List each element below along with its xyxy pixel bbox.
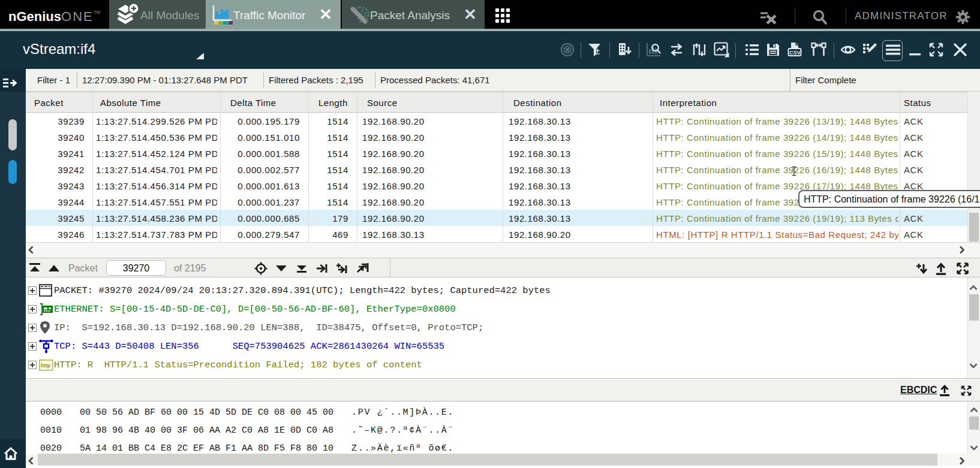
- svg-text:CSV: CSV: [789, 50, 801, 56]
- svg-text:http: http: [41, 363, 50, 369]
